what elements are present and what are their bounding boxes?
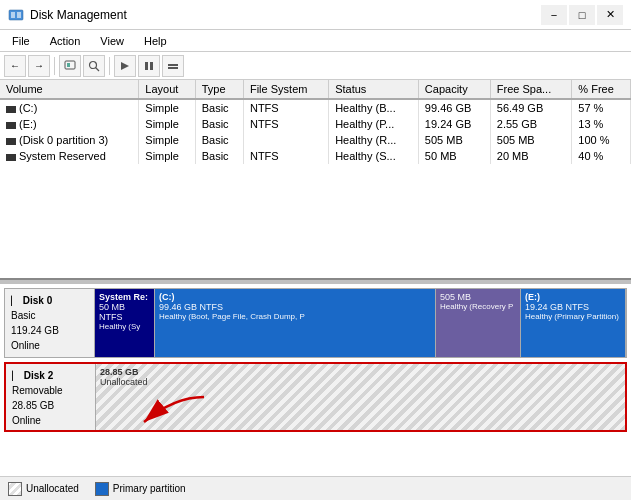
disk0-partition-c[interactable]: (C:) 99.46 GB NTFS Healthy (Boot, Page F… — [155, 289, 436, 357]
disk0-label: ⎸ Disk 0 Basic 119.24 GB Online — [5, 289, 95, 357]
disk2-name: ⎸ Disk 2 — [12, 368, 89, 383]
toolbar-btn-3[interactable] — [59, 55, 81, 77]
menu-view[interactable]: View — [92, 33, 132, 49]
disk0-partitions: System Re: 50 MB NTFS Healthy (Sy (C:) 9… — [95, 289, 626, 357]
col-capacity: Capacity — [418, 80, 490, 99]
menu-help[interactable]: Help — [136, 33, 175, 49]
menu-action[interactable]: Action — [42, 33, 89, 49]
unallocated-size: 28.85 GB — [100, 367, 621, 377]
col-layout: Layout — [139, 80, 195, 99]
legend-unallocated-box — [8, 482, 22, 496]
disk0-name: ⎸ Disk 0 — [11, 293, 88, 308]
disk2-row: ⎸ Disk 2 Removable 28.85 GB Online 28.85… — [4, 362, 627, 432]
app-icon — [8, 7, 24, 23]
disk0-row: ⎸ Disk 0 Basic 119.24 GB Online System R… — [4, 288, 627, 358]
disk0-partition-sysreserved[interactable]: System Re: 50 MB NTFS Healthy (Sy — [95, 289, 155, 357]
toolbar-sep-1 — [54, 57, 55, 75]
legend: Unallocated Primary partition — [0, 476, 631, 500]
table-row[interactable]: (C:) Simple Basic NTFS Healthy (B... 99.… — [0, 99, 631, 116]
maximize-button[interactable]: □ — [569, 5, 595, 25]
legend-unallocated-label: Unallocated — [26, 483, 79, 494]
col-pct: % Free — [572, 80, 631, 99]
toolbar-btn-4[interactable] — [83, 55, 105, 77]
col-volume: Volume — [0, 80, 139, 99]
svg-line-6 — [96, 67, 100, 71]
legend-unallocated: Unallocated — [8, 482, 79, 496]
toolbar-btn-2[interactable]: → — [28, 55, 50, 77]
table-row[interactable]: (Disk 0 partition 3) Simple Basic Health… — [0, 132, 631, 148]
toolbar-btn-6[interactable] — [138, 55, 160, 77]
toolbar-sep-2 — [109, 57, 110, 75]
disk0-status: Online — [11, 338, 88, 353]
svg-rect-7 — [145, 62, 148, 70]
disk2-type: Removable — [12, 383, 89, 398]
legend-primary-label: Primary partition — [113, 483, 186, 494]
volume-table-section: Volume Layout Type File System Status Ca… — [0, 80, 631, 280]
disk2-label: ⎸ Disk 2 Removable 28.85 GB Online — [6, 364, 96, 430]
toolbar-btn-5[interactable] — [114, 55, 136, 77]
svg-rect-9 — [168, 64, 178, 66]
disk-visual-section: ⎸ Disk 0 Basic 119.24 GB Online System R… — [0, 284, 631, 476]
menu-bar: File Action View Help — [0, 30, 631, 52]
svg-point-5 — [90, 61, 97, 68]
col-filesystem: File System — [243, 80, 328, 99]
disk0-type: Basic — [11, 308, 88, 323]
col-free: Free Spa... — [490, 80, 572, 99]
close-button[interactable]: ✕ — [597, 5, 623, 25]
window-title: Disk Management — [30, 8, 127, 22]
disk2-size: 28.85 GB — [12, 398, 89, 413]
disk0-size: 119.24 GB — [11, 323, 88, 338]
toolbar-btn-7[interactable] — [162, 55, 184, 77]
table-row[interactable]: (E:) Simple Basic NTFS Healthy (P... 19.… — [0, 116, 631, 132]
table-body: (C:) Simple Basic NTFS Healthy (B... 99.… — [0, 99, 631, 164]
volume-table: Volume Layout Type File System Status Ca… — [0, 80, 631, 164]
unallocated-label: Unallocated — [100, 377, 621, 387]
table-row[interactable]: System Reserved Simple Basic NTFS Health… — [0, 148, 631, 164]
legend-primary-box — [95, 482, 109, 496]
red-arrow — [114, 387, 214, 437]
window-controls: − □ ✕ — [541, 5, 623, 25]
table-header-row: Volume Layout Type File System Status Ca… — [0, 80, 631, 99]
minimize-button[interactable]: − — [541, 5, 567, 25]
legend-primary: Primary partition — [95, 482, 186, 496]
toolbar-btn-1[interactable]: ← — [4, 55, 26, 77]
disk2-status: Online — [12, 413, 89, 428]
toolbar: ← → — [0, 52, 631, 80]
svg-rect-1 — [11, 12, 15, 18]
col-type: Type — [195, 80, 243, 99]
main-content: Volume Layout Type File System Status Ca… — [0, 80, 631, 500]
svg-rect-4 — [67, 63, 70, 67]
title-bar: Disk Management − □ ✕ — [0, 0, 631, 30]
menu-file[interactable]: File — [4, 33, 38, 49]
disk0-partition-e[interactable]: (E:) 19.24 GB NTFS Healthy (Primary Part… — [521, 289, 626, 357]
svg-rect-10 — [168, 67, 178, 69]
svg-rect-8 — [150, 62, 153, 70]
col-status: Status — [329, 80, 419, 99]
disk2-container: ⎸ Disk 2 Removable 28.85 GB Online 28.85… — [4, 362, 627, 432]
svg-rect-2 — [17, 12, 21, 18]
disk0-partition-recovery[interactable]: 505 MB Healthy (Recovery P — [436, 289, 521, 357]
